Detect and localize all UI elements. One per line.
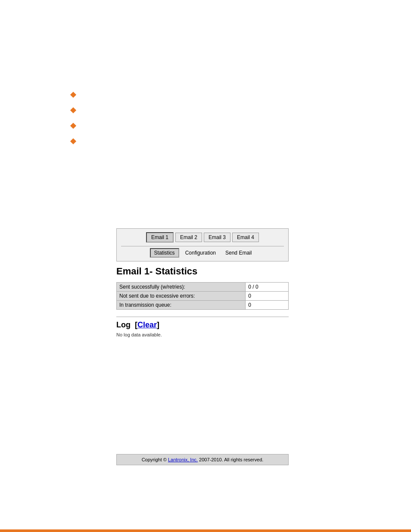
sub-tabs-row: Statistics Configuration Send Email — [121, 248, 284, 258]
log-title-text: Log — [116, 320, 131, 329]
tab-email-1[interactable]: Email 1 — [146, 232, 174, 243]
log-title: Log [Clear] — [116, 320, 289, 330]
stats-row-2: In transmission queue: 0 — [117, 301, 289, 310]
tab-divider — [121, 246, 284, 246]
tab-email-2[interactable]: Email 2 — [175, 233, 202, 242]
footer-copyright-suffix: 2007-2010. All rights reserved. — [198, 457, 263, 462]
main-content: Email 1 Email 2 Email 3 Email 4 Statisti… — [116, 228, 289, 342]
sidebar-bullets — [71, 93, 75, 143]
stats-value-2: 0 — [246, 301, 289, 310]
sub-tab-statistics[interactable]: Statistics — [150, 248, 179, 258]
bullet-2 — [70, 107, 76, 113]
page-wrapper: Email 1 Email 2 Email 3 Email 4 Statisti… — [0, 0, 411, 532]
tab-email-3[interactable]: Email 3 — [204, 233, 230, 242]
footer-company-link[interactable]: Lantronix, Inc. — [168, 457, 198, 462]
bullet-3 — [70, 123, 76, 129]
footer: Copyright © Lantronix, Inc. 2007-2010. A… — [116, 454, 289, 465]
stats-row-1: Not sent due to excessive errors: 0 — [117, 292, 289, 301]
log-section: Log [Clear] No log data available. — [116, 320, 289, 337]
tab-email-4[interactable]: Email 4 — [232, 233, 259, 242]
log-clear-link[interactable]: Clear — [137, 320, 157, 329]
tabs-container: Email 1 Email 2 Email 3 Email 4 Statisti… — [116, 228, 289, 261]
content-section: Email 1- Statistics Sent successfully (w… — [116, 261, 289, 342]
bottom-bar — [0, 529, 411, 532]
content-divider — [116, 317, 289, 317]
stats-label-0: Sent successfully (w/retries): — [117, 283, 246, 292]
stats-label-2: In transmission queue: — [117, 301, 246, 310]
stats-table: Sent successfully (w/retries): 0 / 0 Not… — [116, 282, 289, 310]
section-title: Email 1- Statistics — [116, 266, 289, 277]
stats-value-0: 0 / 0 — [246, 283, 289, 292]
email-tabs-row: Email 1 Email 2 Email 3 Email 4 — [121, 232, 284, 243]
sub-tab-configuration[interactable]: Configuration — [182, 249, 219, 257]
bullet-1 — [70, 92, 76, 98]
stats-label-1: Not sent due to excessive errors: — [117, 292, 246, 301]
log-no-data: No log data available. — [116, 332, 289, 337]
stats-value-1: 0 — [246, 292, 289, 301]
footer-copyright-prefix: Copyright © — [142, 457, 168, 462]
sub-tab-send-email[interactable]: Send Email — [222, 249, 255, 257]
bullet-4 — [70, 138, 76, 144]
stats-row-0: Sent successfully (w/retries): 0 / 0 — [117, 283, 289, 292]
